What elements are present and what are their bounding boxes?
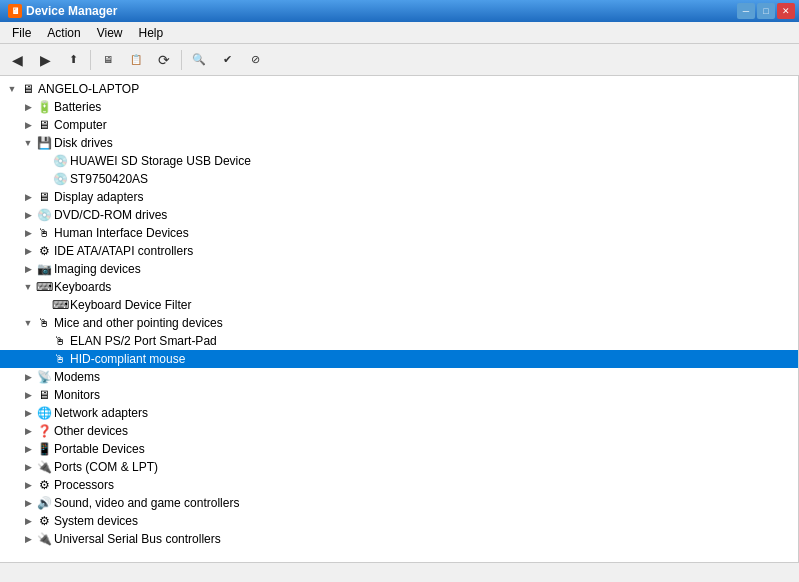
- expand-imaging[interactable]: ▶: [20, 261, 36, 277]
- expand-usb[interactable]: ▶: [20, 531, 36, 547]
- tree-node-st9750[interactable]: ▶ 💿 ST9750420AS: [0, 170, 798, 188]
- menu-file[interactable]: File: [4, 24, 39, 42]
- st9750-label: ST9750420AS: [70, 172, 148, 186]
- computer-node-icon: 🖥: [36, 117, 52, 133]
- expand-network[interactable]: ▶: [20, 405, 36, 421]
- system-label: System devices: [54, 514, 138, 528]
- tree-node-ide[interactable]: ▶ ⚙ IDE ATA/ATAPI controllers: [0, 242, 798, 260]
- usb-label: Universal Serial Bus controllers: [54, 532, 221, 546]
- back-button[interactable]: ◀: [4, 48, 30, 72]
- elan-icon: 🖱: [52, 333, 68, 349]
- dvd-icon: 💿: [36, 207, 52, 223]
- expand-monitors[interactable]: ▶: [20, 387, 36, 403]
- ports-icon: 🔌: [36, 459, 52, 475]
- tree-node-system[interactable]: ▶ ⚙ System devices: [0, 512, 798, 530]
- expand-root[interactable]: ▼: [4, 81, 20, 97]
- toolbar-separator-2: [181, 50, 182, 70]
- tree-node-portable[interactable]: ▶ 📱 Portable Devices: [0, 440, 798, 458]
- huawei-icon: 💿: [52, 153, 68, 169]
- network-icon: 🌐: [36, 405, 52, 421]
- ports-label: Ports (COM & LPT): [54, 460, 158, 474]
- tree-node-usb[interactable]: ▶ 🔌 Universal Serial Bus controllers: [0, 530, 798, 548]
- expand-other[interactable]: ▶: [20, 423, 36, 439]
- enable-button[interactable]: ✔: [214, 48, 240, 72]
- tree-node-display-adapters[interactable]: ▶ 🖥 Display adapters: [0, 188, 798, 206]
- expand-mice[interactable]: ▼: [20, 315, 36, 331]
- dvd-label: DVD/CD-ROM drives: [54, 208, 167, 222]
- toolbar-separator-1: [90, 50, 91, 70]
- expand-display-adapters[interactable]: ▶: [20, 189, 36, 205]
- minimize-button[interactable]: ─: [737, 3, 755, 19]
- usb-icon: 🔌: [36, 531, 52, 547]
- expand-modems[interactable]: ▶: [20, 369, 36, 385]
- modems-label: Modems: [54, 370, 100, 384]
- tree-node-processors[interactable]: ▶ ⚙ Processors: [0, 476, 798, 494]
- window-title: Device Manager: [26, 4, 117, 18]
- menu-action[interactable]: Action: [39, 24, 88, 42]
- expand-processors[interactable]: ▶: [20, 477, 36, 493]
- processors-label: Processors: [54, 478, 114, 492]
- expand-sound[interactable]: ▶: [20, 495, 36, 511]
- monitors-icon: 🖥: [36, 387, 52, 403]
- disable-button[interactable]: ⊘: [242, 48, 268, 72]
- tree-node-computer[interactable]: ▶ 🖥 Computer: [0, 116, 798, 134]
- show-hidden-button[interactable]: 🖥: [95, 48, 121, 72]
- sound-icon: 🔊: [36, 495, 52, 511]
- tree-node-hid-mouse[interactable]: ▶ 🖱 HID-compliant mouse: [0, 350, 798, 368]
- tree-node-keyboards[interactable]: ▼ ⌨ Keyboards: [0, 278, 798, 296]
- kbfilter-icon: ⌨: [52, 297, 68, 313]
- kbfilter-label: Keyboard Device Filter: [70, 298, 191, 312]
- tree-node-network[interactable]: ▶ 🌐 Network adapters: [0, 404, 798, 422]
- expand-system[interactable]: ▶: [20, 513, 36, 529]
- menu-bar: File Action View Help: [0, 22, 799, 44]
- window-controls: ─ □ ✕: [737, 3, 795, 19]
- expand-computer[interactable]: ▶: [20, 117, 36, 133]
- scan-button[interactable]: 🔍: [186, 48, 212, 72]
- expand-dvd[interactable]: ▶: [20, 207, 36, 223]
- toolbar: ◀ ▶ ⬆ 🖥 📋 ⟳ 🔍 ✔ ⊘: [0, 44, 799, 76]
- tree-node-disk-drives[interactable]: ▼ 💾 Disk drives: [0, 134, 798, 152]
- tree-node-huawei[interactable]: ▶ 💿 HUAWEI SD Storage USB Device: [0, 152, 798, 170]
- tree-node-sound[interactable]: ▶ 🔊 Sound, video and game controllers: [0, 494, 798, 512]
- tree-node-batteries[interactable]: ▶ 🔋 Batteries: [0, 98, 798, 116]
- tree-node-modems[interactable]: ▶ 📡 Modems: [0, 368, 798, 386]
- keyboards-icon: ⌨: [36, 279, 52, 295]
- tree-node-mice[interactable]: ▼ 🖱 Mice and other pointing devices: [0, 314, 798, 332]
- monitors-label: Monitors: [54, 388, 100, 402]
- tree-node-other[interactable]: ▶ ❓ Other devices: [0, 422, 798, 440]
- expand-keyboards[interactable]: ▼: [20, 279, 36, 295]
- tree-node-root[interactable]: ▼ 🖥 ANGELO-LAPTOP: [0, 80, 798, 98]
- expand-batteries[interactable]: ▶: [20, 99, 36, 115]
- display-adapters-label: Display adapters: [54, 190, 143, 204]
- tree-node-keyboard-filter[interactable]: ▶ ⌨ Keyboard Device Filter: [0, 296, 798, 314]
- tree-node-elan[interactable]: ▶ 🖱 ELAN PS/2 Port Smart-Pad: [0, 332, 798, 350]
- menu-view[interactable]: View: [89, 24, 131, 42]
- status-bar: [0, 562, 799, 582]
- tree-node-dvd[interactable]: ▶ 💿 DVD/CD-ROM drives: [0, 206, 798, 224]
- other-label: Other devices: [54, 424, 128, 438]
- tree-node-monitors[interactable]: ▶ 🖥 Monitors: [0, 386, 798, 404]
- forward-button[interactable]: ▶: [32, 48, 58, 72]
- device-tree[interactable]: ▼ 🖥 ANGELO-LAPTOP ▶ 🔋 Batteries ▶ 🖥 Comp…: [0, 76, 799, 562]
- up-button[interactable]: ⬆: [60, 48, 86, 72]
- expand-ports[interactable]: ▶: [20, 459, 36, 475]
- expand-portable[interactable]: ▶: [20, 441, 36, 457]
- expand-hid[interactable]: ▶: [20, 225, 36, 241]
- update-button[interactable]: ⟳: [151, 48, 177, 72]
- batteries-icon: 🔋: [36, 99, 52, 115]
- tree-node-imaging[interactable]: ▶ 📷 Imaging devices: [0, 260, 798, 278]
- tree-node-ports[interactable]: ▶ 🔌 Ports (COM & LPT): [0, 458, 798, 476]
- mice-label: Mice and other pointing devices: [54, 316, 223, 330]
- properties-button[interactable]: 📋: [123, 48, 149, 72]
- portable-icon: 📱: [36, 441, 52, 457]
- close-button[interactable]: ✕: [777, 3, 795, 19]
- elan-label: ELAN PS/2 Port Smart-Pad: [70, 334, 217, 348]
- expand-ide[interactable]: ▶: [20, 243, 36, 259]
- maximize-button[interactable]: □: [757, 3, 775, 19]
- tree-node-hid[interactable]: ▶ 🖱 Human Interface Devices: [0, 224, 798, 242]
- expand-disk-drives[interactable]: ▼: [20, 135, 36, 151]
- menu-help[interactable]: Help: [131, 24, 172, 42]
- ide-icon: ⚙: [36, 243, 52, 259]
- mice-icon: 🖱: [36, 315, 52, 331]
- other-icon: ❓: [36, 423, 52, 439]
